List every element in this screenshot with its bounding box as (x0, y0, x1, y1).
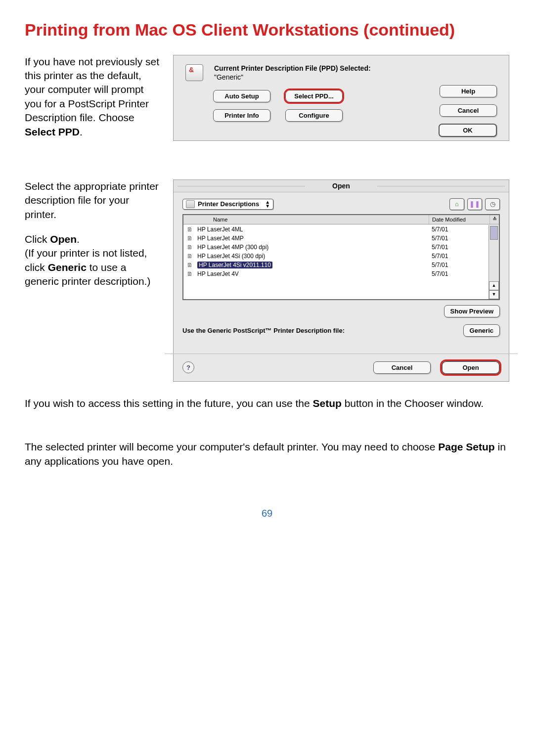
dropdown-arrows-icon: ▲▼ (265, 200, 270, 208)
ok-button[interactable]: OK (439, 124, 497, 137)
column-header-name[interactable]: Name (183, 215, 429, 224)
open-dialog: Open Printer Descriptions ▲▼ ⌂ ❚❚ ◷ Name… (173, 179, 509, 382)
ppd-header-text: Current Printer Description File (PPD) S… (214, 64, 371, 72)
open-dialog-title: Open (174, 180, 509, 192)
ppd-dialog: Current Printer Description File (PPD) S… (173, 55, 509, 141)
instr2-p3-bold: Generic (48, 262, 87, 273)
page-number: 69 (25, 508, 509, 519)
scroll-up-icon[interactable]: ▲ (489, 281, 499, 290)
default-printer-paragraph: The selected printer will become your co… (25, 440, 509, 468)
instr1-post: . (80, 126, 83, 137)
show-preview-button[interactable]: Show Preview (444, 305, 500, 317)
folder-dropdown[interactable]: Printer Descriptions ▲▼ (182, 199, 273, 210)
future-access-paragraph: If you wish to access this setting in th… (25, 397, 509, 410)
folder-icon (186, 200, 195, 208)
generic-label: Use the Generic PostScript™ Printer Desc… (182, 327, 345, 334)
document-icon: 🗎 (185, 270, 194, 277)
instr2-p2-bold: Open (50, 233, 77, 245)
document-icon: 🗎 (185, 235, 194, 242)
configure-button[interactable]: Configure (285, 109, 343, 122)
ppd-current-value: "Generic" (214, 73, 371, 81)
list-item[interactable]: 🗎HP LaserJet 4Si (300 dpi)5/7/01 (183, 252, 488, 261)
list-item[interactable]: 🗎HP LaserJet 4MP (300 dpi)5/7/01 (183, 243, 488, 252)
list-item[interactable]: 🗎HP LaserJet 4ML5/7/01 (183, 225, 488, 234)
open-button[interactable]: Open (442, 361, 500, 374)
instruction-1: If you have not previously set this prin… (25, 55, 173, 150)
instr1-bold: Select PPD (25, 126, 80, 137)
sort-indicator-icon[interactable]: ≛ (490, 215, 499, 224)
recent-button[interactable]: ◷ (485, 198, 500, 210)
printer-icon (185, 64, 203, 81)
generic-button[interactable]: Generic (463, 324, 500, 337)
instr2-p1: Select the appropriate printer descripti… (25, 179, 163, 222)
instr2-p2-post: . (77, 233, 80, 245)
cancel-button[interactable]: Cancel (440, 104, 497, 117)
scroll-down-icon[interactable]: ▼ (489, 290, 499, 299)
scroll-thumb[interactable] (490, 226, 498, 240)
column-header-date[interactable]: Date Modified (429, 215, 490, 224)
document-icon: 🗎 (185, 262, 194, 268)
document-icon: 🗎 (185, 253, 194, 260)
open-cancel-button[interactable]: Cancel (373, 361, 431, 374)
printer-info-button[interactable]: Printer Info (213, 109, 270, 122)
file-list: Name Date Modified ≛ 🗎HP LaserJet 4ML5/7… (182, 214, 500, 300)
document-icon: 🗎 (185, 244, 194, 251)
auto-setup-button[interactable]: Auto Setup (213, 90, 270, 102)
folder-name: Printer Descriptions (198, 200, 259, 208)
instruction-2: Select the appropriate printer descripti… (25, 179, 173, 299)
page-title: Printing from Mac OS Client Workstations… (25, 20, 509, 40)
instr2-p2-pre: Click (25, 233, 50, 245)
document-icon: 🗎 (185, 226, 194, 233)
list-item[interactable]: 🗎HP LaserJet 4V5/7/01 (183, 269, 488, 278)
list-item[interactable]: 🗎HP LaserJet 4MP5/7/01 (183, 234, 488, 243)
shortcuts-button[interactable]: ⌂ (449, 198, 464, 210)
scrollbar[interactable]: ▲ ▼ (489, 225, 499, 299)
favorites-button[interactable]: ❚❚ (467, 198, 482, 210)
help-button[interactable]: Help (440, 85, 497, 97)
select-ppd-button[interactable]: Select PPD... (285, 90, 343, 102)
list-item[interactable]: 🗎HP LaserJet 4Si v2011.1105/7/01 (183, 261, 488, 269)
instr1-text: If you have not previously set this prin… (25, 56, 159, 123)
help-icon[interactable]: ? (182, 361, 194, 373)
